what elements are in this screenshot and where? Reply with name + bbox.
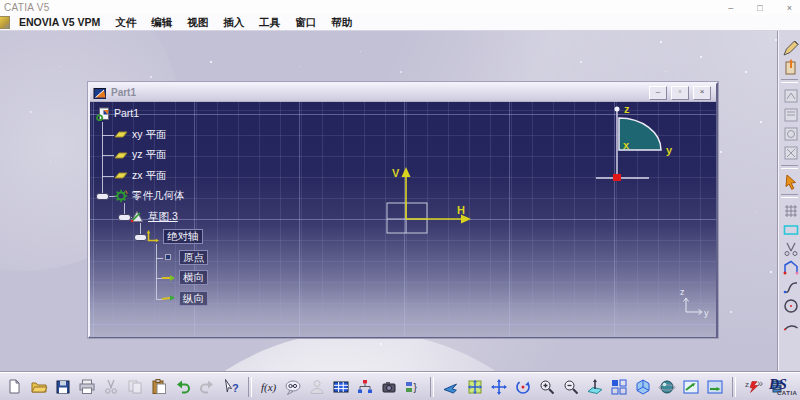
cut-icon[interactable]	[99, 376, 123, 398]
fly-mode-icon[interactable]	[439, 376, 463, 398]
contact-constraint-icon[interactable]	[782, 125, 800, 142]
rectangle-tool-icon[interactable]	[782, 221, 800, 238]
menu-窗口[interactable]: 窗口	[295, 16, 316, 30]
tree-item-h-direction[interactable]: 横向	[161, 270, 208, 285]
right-toolbar	[778, 31, 800, 372]
profile-tool-icon[interactable]	[782, 259, 800, 276]
sketch-icon	[130, 209, 144, 223]
camera-icon[interactable]	[377, 376, 401, 398]
arc-tool-icon[interactable]	[782, 316, 800, 333]
design-table-icon[interactable]	[305, 376, 329, 398]
menu-bar: ENOVIA V5 VPM文件编辑视图插入工具窗口帮助	[0, 15, 800, 31]
open-icon[interactable]	[27, 376, 51, 398]
compass[interactable]: z x y	[596, 103, 673, 181]
tree-item-label: zx 平面	[132, 169, 166, 182]
zoom-in-icon[interactable]	[535, 376, 559, 398]
view-mode-b-icon[interactable]	[703, 376, 727, 398]
constraint-dialog-icon[interactable]	[782, 87, 800, 104]
new-document-icon[interactable]	[3, 376, 27, 398]
document-minimize-button[interactable]: –	[649, 86, 667, 100]
trim-tool-icon[interactable]	[782, 240, 800, 257]
corner-y-label: y	[704, 308, 709, 318]
svg-text:z: z	[745, 380, 749, 389]
constraint-icon[interactable]	[782, 106, 800, 123]
tree-item-sketch[interactable]: 草图.3	[130, 209, 178, 224]
tree-item-absolute-axis[interactable]: 绝对轴	[145, 229, 203, 244]
pan-icon[interactable]	[487, 376, 511, 398]
knowledge-advisor-icon[interactable]	[281, 376, 305, 398]
part-root-icon	[96, 107, 110, 121]
menu-视图[interactable]: 视图	[187, 16, 208, 30]
compass-base-dot	[613, 174, 621, 181]
yz-plane-icon	[114, 148, 128, 162]
catia-application-window: CATIA V5 –□× ENOVIA V5 VPM文件编辑视图插入工具窗口帮助…	[0, 0, 800, 400]
rotate-icon[interactable]	[511, 376, 535, 398]
print-icon[interactable]	[75, 376, 99, 398]
menu-插入[interactable]: 插入	[223, 16, 244, 30]
toolbar-overflow-chevrons[interactable]: »	[757, 377, 763, 389]
ds-catia-logo: DS CATIA	[767, 376, 797, 398]
tree-item-part-root[interactable]: Part1	[96, 106, 139, 121]
tree-item-origin-point[interactable]: 原点	[161, 250, 208, 265]
ds-logo-sub: CATIA	[777, 390, 797, 396]
exit-workbench-icon[interactable]	[782, 58, 800, 75]
tree-item-xy-plane[interactable]: xy 平面	[114, 127, 166, 142]
tree-item-label: 草图.3	[148, 210, 178, 223]
fit-all-icon[interactable]	[463, 376, 487, 398]
tree-item-yz-plane[interactable]: yz 平面	[114, 147, 166, 162]
compass-y-label: y	[666, 144, 673, 156]
render-style-icon[interactable]	[655, 376, 679, 398]
undo-icon[interactable]	[171, 376, 195, 398]
partbody-icon	[114, 189, 128, 203]
document-maximize-button[interactable]: ▫	[671, 86, 689, 100]
circle-tool-icon[interactable]	[782, 297, 800, 314]
sketch-grid-icon[interactable]	[782, 202, 800, 219]
compass-top-dot	[615, 107, 620, 112]
toolbar-separator	[732, 377, 736, 397]
maximize-button[interactable]: □	[757, 1, 762, 15]
table-icon[interactable]	[329, 376, 353, 398]
paste-icon[interactable]	[147, 376, 171, 398]
menu-enovia[interactable]: ENOVIA V5 VPM	[19, 16, 100, 30]
menu-编辑[interactable]: 编辑	[151, 16, 172, 30]
menu-帮助[interactable]: 帮助	[331, 16, 352, 30]
background-sparkles-small	[0, 31, 1, 32]
sketch-tools-icon[interactable]	[782, 39, 800, 56]
app-icon[interactable]	[0, 16, 10, 29]
macro-icon[interactable]: }	[401, 376, 425, 398]
tree-item-zx-plane[interactable]: zx 平面	[114, 168, 166, 183]
app-titlebar[interactable]: CATIA V5 –□×	[0, 0, 800, 16]
formula-icon[interactable]: f(x)	[257, 376, 281, 398]
tree-item-label: 纵向	[179, 291, 208, 306]
sketch-rectangle	[387, 203, 427, 233]
copy-icon[interactable]	[123, 376, 147, 398]
document-close-button[interactable]: ×	[693, 86, 711, 100]
document-titlebar[interactable]: Part1 –▫×	[90, 84, 716, 102]
normal-view-icon[interactable]	[583, 376, 607, 398]
select-icon[interactable]	[782, 173, 800, 190]
close-button[interactable]: ×	[787, 1, 792, 15]
view-mode-a-icon[interactable]	[679, 376, 703, 398]
menu-文件[interactable]: 文件	[115, 16, 136, 30]
document-window-controls: –▫×	[649, 86, 711, 100]
structure-tree-icon[interactable]	[353, 376, 377, 398]
document-title: Part1	[111, 87, 136, 98]
minimize-button[interactable]: –	[728, 1, 733, 15]
xy-plane-icon	[114, 127, 128, 141]
fix-constraint-icon[interactable]	[782, 144, 800, 161]
redo-icon[interactable]	[195, 376, 219, 398]
3d-viewport[interactable]: V H z x y z	[90, 102, 716, 337]
spline-tool-icon[interactable]	[782, 278, 800, 295]
svg-text:}: }	[414, 382, 418, 393]
multi-view-icon[interactable]	[607, 376, 631, 398]
whats-this-icon[interactable]: ?	[219, 376, 243, 398]
iso-view-icon[interactable]	[631, 376, 655, 398]
menu-工具[interactable]: 工具	[259, 16, 280, 30]
tree-item-label: xy 平面	[132, 128, 166, 141]
tree-item-v-direction[interactable]: 纵向	[161, 291, 208, 306]
save-icon[interactable]	[51, 376, 75, 398]
zoom-out-icon[interactable]	[559, 376, 583, 398]
origin-point-icon	[161, 250, 175, 264]
tree-item-partbody[interactable]: 零件几何体	[114, 188, 185, 203]
absolute-axis-icon	[145, 230, 159, 244]
